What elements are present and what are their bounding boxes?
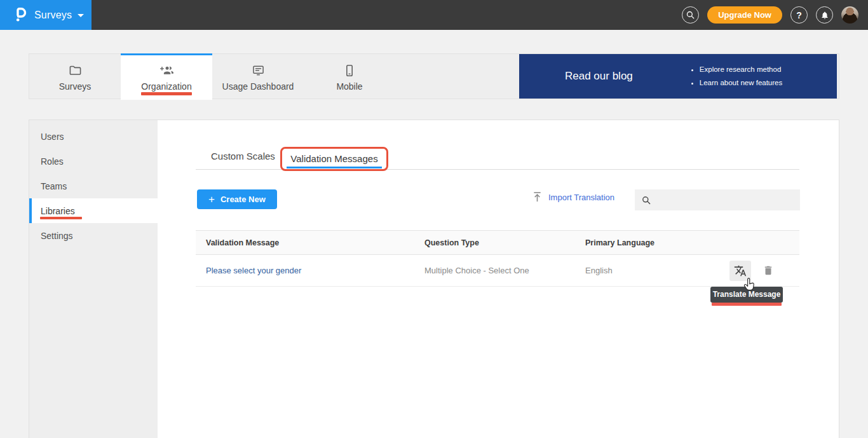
primary-language-cell: English bbox=[585, 266, 729, 275]
settings-sidebar: Users Roles Teams Libraries Settings bbox=[29, 120, 158, 438]
sidebar-item-label: Roles bbox=[41, 156, 64, 167]
sidebar-item-label: Users bbox=[41, 132, 64, 142]
product-name: Surveys bbox=[34, 10, 72, 21]
search-icon bbox=[686, 10, 695, 20]
help-button[interactable]: ? bbox=[790, 6, 808, 24]
banner-title: Read our blog bbox=[565, 70, 633, 83]
app-root: Surveys Upgrade Now ? bbox=[0, 0, 868, 438]
row-actions bbox=[729, 261, 799, 281]
sidebar-item-teams[interactable]: Teams bbox=[29, 174, 158, 198]
upload-icon bbox=[532, 191, 542, 203]
validation-message-link[interactable]: Please select your gender bbox=[206, 266, 424, 275]
blog-banner[interactable]: Read our blog Explore research method Le… bbox=[519, 54, 837, 99]
annotation-underline-tooltip bbox=[712, 303, 782, 306]
product-switcher[interactable]: Surveys bbox=[0, 0, 92, 30]
column-header-validation-message: Validation Message bbox=[206, 238, 424, 247]
search-input[interactable] bbox=[656, 195, 794, 205]
column-header-question-type: Question Type bbox=[424, 238, 585, 247]
module-tabs: Surveys Organization bbox=[29, 53, 395, 100]
sidebar-item-label: Settings bbox=[41, 231, 73, 241]
sidebar-item-libraries[interactable]: Libraries bbox=[29, 198, 158, 223]
mobile-icon bbox=[343, 64, 356, 77]
plus-icon: + bbox=[208, 194, 215, 205]
sidebar-item-label: Teams bbox=[41, 181, 67, 191]
topbar-actions: Upgrade Now ? bbox=[682, 0, 858, 30]
sidebar-item-label: Libraries bbox=[41, 206, 75, 216]
tab-validation-messages[interactable]: Validation Messages bbox=[282, 153, 386, 164]
group-add-icon bbox=[159, 64, 174, 77]
module-nav-card: Surveys Organization bbox=[29, 53, 839, 99]
main-card: Users Roles Teams Libraries Settings Cus… bbox=[29, 120, 839, 438]
annotation-underline-organization bbox=[141, 92, 192, 95]
questionpro-logo-icon bbox=[13, 6, 27, 25]
module-tab-label: Organization bbox=[141, 81, 191, 92]
validation-messages-table: Validation Message Question Type Primary… bbox=[196, 230, 799, 287]
content-tabs: Custom Scales Validation Messages bbox=[196, 140, 799, 170]
module-tab-surveys[interactable]: Surveys bbox=[29, 53, 121, 100]
module-tab-mobile[interactable]: Mobile bbox=[304, 53, 395, 100]
libraries-content: Custom Scales Validation Messages + Crea… bbox=[158, 120, 839, 438]
hand-cursor-icon bbox=[742, 278, 756, 296]
search-button[interactable] bbox=[682, 6, 699, 24]
top-bar: Surveys Upgrade Now ? bbox=[0, 0, 868, 30]
sidebar-item-settings[interactable]: Settings bbox=[29, 223, 158, 248]
question-mark-icon: ? bbox=[796, 10, 802, 20]
module-tab-label: Usage Dashboard bbox=[222, 81, 294, 92]
create-new-label: Create New bbox=[220, 195, 266, 204]
module-tab-usage-dashboard[interactable]: Usage Dashboard bbox=[212, 53, 304, 100]
notifications-button[interactable] bbox=[816, 6, 833, 24]
active-tab-indicator bbox=[287, 167, 382, 168]
banner-bullets: Explore research method Learn about new … bbox=[700, 63, 782, 90]
module-tab-label: Surveys bbox=[59, 81, 92, 92]
folder-icon bbox=[69, 64, 82, 77]
translate-icon bbox=[734, 264, 747, 277]
bell-icon bbox=[820, 11, 829, 20]
trash-icon bbox=[763, 264, 774, 277]
search-icon bbox=[641, 195, 651, 205]
table-search bbox=[635, 189, 800, 210]
module-tab-label: Mobile bbox=[336, 81, 362, 92]
upgrade-now-button[interactable]: Upgrade Now bbox=[707, 6, 782, 24]
sidebar-item-roles[interactable]: Roles bbox=[29, 149, 158, 174]
dashboard-icon bbox=[252, 64, 265, 77]
banner-bullet: Explore research method bbox=[700, 63, 782, 76]
table-row: Please select your gender Multiple Choic… bbox=[196, 255, 799, 287]
import-translation-link[interactable]: Import Translation bbox=[532, 191, 614, 203]
chevron-down-icon bbox=[78, 14, 84, 17]
banner-bullet: Learn about new features bbox=[700, 76, 782, 90]
table-header-row: Validation Message Question Type Primary… bbox=[196, 230, 799, 255]
annotation-box-validation-messages: Validation Messages bbox=[280, 147, 388, 171]
user-avatar[interactable] bbox=[841, 6, 858, 24]
sidebar-item-users[interactable]: Users bbox=[29, 124, 158, 149]
annotation-underline-libraries bbox=[40, 217, 82, 219]
delete-message-button[interactable] bbox=[763, 264, 774, 277]
import-translation-label: Import Translation bbox=[548, 193, 614, 202]
column-header-primary-language: Primary Language bbox=[585, 238, 729, 247]
tab-custom-scales[interactable]: Custom Scales bbox=[211, 151, 275, 161]
question-type-cell: Multiple Choice - Select One bbox=[424, 266, 585, 275]
module-tab-organization[interactable]: Organization bbox=[121, 53, 212, 100]
create-new-button[interactable]: + Create New bbox=[197, 189, 277, 209]
